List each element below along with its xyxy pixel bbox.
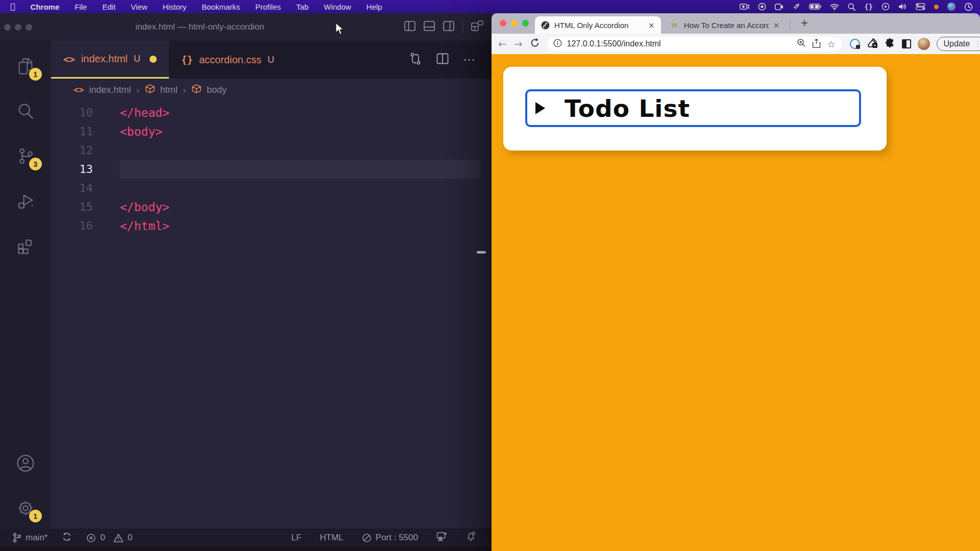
code-line[interactable]: 16</html>: [51, 216, 492, 235]
tab-index-html[interactable]: <> index.html U: [51, 41, 169, 79]
code-line[interactable]: 12: [51, 141, 492, 160]
explorer-icon[interactable]: 1: [13, 54, 38, 79]
tab-accordion-css[interactable]: {} accordion.css U: [169, 41, 286, 79]
play-icon[interactable]: [881, 3, 890, 11]
code-line-active[interactable]: 13: [51, 160, 492, 179]
siri-icon[interactable]: [947, 3, 955, 11]
extensions-puzzle-icon[interactable]: [885, 38, 895, 51]
menu-tab[interactable]: Tab: [296, 3, 308, 11]
live-share-icon[interactable]: [436, 532, 448, 544]
menu-edit[interactable]: Edit: [102, 3, 115, 11]
menu-window[interactable]: Window: [324, 3, 351, 11]
forward-icon[interactable]: →: [514, 38, 523, 50]
code-line[interactable]: 14: [51, 179, 492, 197]
control-center-icon[interactable]: [916, 3, 925, 10]
eol-indicator[interactable]: LF: [291, 533, 302, 543]
split-editor-icon[interactable]: [436, 53, 449, 67]
bookmark-star-icon[interactable]: ☆: [827, 39, 835, 49]
run-debug-icon[interactable]: [13, 189, 38, 213]
clock-icon[interactable]: [964, 3, 973, 11]
rocket-icon[interactable]: [792, 3, 800, 11]
menu-help[interactable]: Help: [366, 3, 382, 11]
site-info-icon[interactable]: [553, 39, 562, 49]
close-tab-icon[interactable]: ×: [648, 20, 655, 30]
zoom-icon[interactable]: [797, 38, 806, 49]
extensions-icon[interactable]: [13, 234, 38, 258]
explorer-badge: 1: [29, 68, 42, 81]
line-number: 15: [51, 201, 93, 213]
address-bar[interactable]: 127.0.0.1:5500/index.html ☆: [547, 37, 842, 52]
menu-bookmarks[interactable]: Bookmarks: [202, 3, 240, 11]
code-line[interactable]: 11<body>: [51, 122, 492, 141]
search-icon[interactable]: [848, 3, 855, 11]
source-control-icon[interactable]: 3: [13, 144, 38, 168]
volume-icon[interactable]: [898, 3, 907, 10]
minimize-window-button[interactable]: [511, 20, 518, 27]
vscode-title-bar[interactable]: index.html — html-only-accordion: [0, 13, 492, 41]
reading-mode-icon[interactable]: [902, 39, 911, 48]
share-icon[interactable]: [812, 38, 821, 50]
git-branch-indicator[interactable]: main*: [12, 533, 47, 543]
menu-view[interactable]: View: [131, 3, 147, 11]
source-control-badge: 3: [29, 158, 42, 170]
customize-layout-icon[interactable]: [471, 20, 483, 34]
code-editor[interactable]: 10</head> 11<body> 12 13 14 15</body> 16…: [51, 101, 492, 530]
menu-history[interactable]: History: [163, 3, 187, 11]
unsaved-dot-icon[interactable]: [150, 56, 157, 63]
menu-profiles[interactable]: Profiles: [255, 3, 281, 11]
chrome-tab-wikihow[interactable]: w’ How To Create an Accordion ×: [665, 16, 786, 34]
breadcrumb-file[interactable]: index.html: [89, 85, 131, 95]
port-label: Port : 5500: [376, 533, 418, 543]
accounts-icon[interactable]: [13, 451, 38, 475]
breadcrumb-html[interactable]: html: [160, 85, 178, 95]
screen-capture-icon[interactable]: [740, 3, 749, 10]
toggle-secondary-sidebar-icon[interactable]: [443, 21, 454, 33]
back-icon[interactable]: ←: [498, 38, 507, 50]
settings-gear-icon[interactable]: 1: [13, 496, 38, 520]
close-tab-icon[interactable]: ×: [773, 20, 780, 30]
chrome-window: HTML Only Accordion × w’ How To Create a…: [492, 13, 980, 551]
sync-icon[interactable]: [62, 532, 72, 544]
macos-menu-bar:  Chrome File Edit View History Bookmark…: [0, 0, 980, 13]
search-sidebar-icon[interactable]: [13, 99, 38, 123]
wifi-icon[interactable]: [830, 4, 839, 10]
record-icon[interactable]: [758, 3, 766, 11]
braces-icon[interactable]: {}: [864, 3, 873, 11]
toggle-primary-sidebar-icon[interactable]: [404, 21, 415, 33]
toggle-panel-icon[interactable]: [424, 21, 435, 33]
accordion-card: Todo List: [503, 67, 887, 151]
notifications-bell-icon[interactable]: [466, 531, 476, 544]
code-line[interactable]: 10</head>: [51, 103, 492, 122]
scrollbar-handle[interactable]: [477, 251, 486, 254]
language-mode[interactable]: HTML: [320, 533, 344, 543]
wikihow-favicon: w’: [671, 20, 679, 30]
menu-file[interactable]: File: [75, 3, 87, 11]
accordion-summary[interactable]: Todo List: [525, 89, 861, 127]
live-server-port[interactable]: Port : 5500: [362, 533, 418, 543]
webpage-content: Todo List: [492, 54, 980, 551]
open-changes-icon[interactable]: [409, 52, 422, 67]
problems-indicator[interactable]: 0 0: [86, 533, 132, 543]
close-window-button[interactable]: [500, 20, 506, 27]
disclosure-triangle-icon[interactable]: [535, 102, 545, 114]
more-actions-icon[interactable]: ⋯: [463, 53, 476, 67]
eyedropper-extension-icon[interactable]: [867, 37, 878, 51]
menu-app-chrome[interactable]: Chrome: [31, 3, 60, 11]
reload-icon[interactable]: [530, 38, 540, 50]
video-camera-icon[interactable]: [775, 4, 783, 10]
maximize-window-button[interactable]: [522, 20, 529, 27]
chrome-tab-strip: HTML Only Accordion × w’ How To Create a…: [492, 13, 980, 34]
code-text: </html>: [93, 219, 169, 233]
chevron-right-icon: ›: [136, 85, 140, 95]
breadcrumb-body[interactable]: body: [207, 85, 227, 95]
apple-menu-icon[interactable]: : [10, 3, 15, 11]
chrome-tab-html-only-accordion[interactable]: HTML Only Accordion ×: [535, 16, 661, 34]
code-line[interactable]: 15</body>: [51, 197, 492, 216]
update-chrome-button[interactable]: Update ⋮: [937, 37, 980, 51]
profile-avatar[interactable]: [918, 38, 930, 50]
update-menu-icon[interactable]: ⋮: [974, 39, 980, 48]
url-text[interactable]: 127.0.0.1:5500/index.html: [567, 39, 792, 48]
new-tab-button[interactable]: +: [796, 14, 813, 32]
privacy-badge-icon[interactable]: [850, 39, 860, 49]
battery-icon[interactable]: [809, 4, 821, 10]
